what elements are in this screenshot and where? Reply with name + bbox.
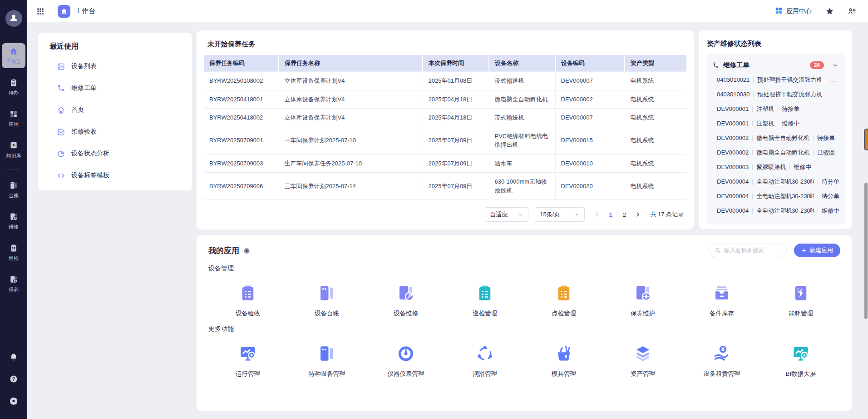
next-page-button[interactable]	[632, 209, 644, 220]
divider	[818, 208, 818, 214]
floating-side-tab[interactable]	[864, 129, 868, 150]
app-gauge[interactable]: 仪器仪表管理	[366, 334, 445, 378]
app-clipboard-list[interactable]: 点检管理	[524, 274, 603, 318]
divider	[752, 121, 753, 126]
table-row-5[interactable]: BYRW20250709006三车间保养计划2025-07-142025年07月…	[204, 173, 686, 200]
topbar: 工作台 应用中心	[27, 0, 868, 23]
app-clipboard-list[interactable]: 巡检管理	[445, 274, 524, 318]
table-row-4[interactable]: BYRW20250709003生产车间保养任务2025-07-102025年07…	[204, 154, 686, 173]
app-bolt-card[interactable]: 能耗管理	[761, 274, 840, 318]
repair-status-item-9[interactable]: DEV000004全电动注塑机30-230吨维修中	[711, 206, 839, 215]
divider	[752, 106, 753, 112]
table-cell: 微电脑全自动孵化机	[489, 90, 555, 109]
new-app-button[interactable]: 新建应用	[794, 244, 840, 257]
new-app-label: 新建应用	[809, 246, 833, 254]
divider	[813, 150, 814, 155]
app-inbox[interactable]: 备件库存	[682, 274, 761, 318]
sidebar-item-4[interactable]: 台账	[2, 177, 25, 202]
repair-group-label: 维修工单	[723, 61, 750, 70]
pagination-bar: 自适应 15条/页 12 共 17 条记录	[204, 207, 686, 222]
repair-group-header[interactable]: 维修工单 24	[711, 60, 839, 70]
topbar-divider	[51, 7, 51, 16]
workbench-logo-icon[interactable]	[58, 5, 70, 18]
app-center-button[interactable]: 应用中心	[775, 7, 812, 16]
sidebar-item-5[interactable]: 维修	[2, 209, 25, 234]
app-center-label: 应用中心	[786, 7, 812, 15]
recent-used-list: 设备列表维修工单首页维修验收设备状态分析设备标签模板	[49, 60, 180, 182]
divider	[778, 106, 778, 112]
help-icon[interactable]: ?	[9, 374, 18, 384]
apps-settings-icon[interactable]	[243, 247, 250, 254]
repair-status-item-2[interactable]: DEV000001注塑机待接单	[711, 105, 839, 113]
page-button-1[interactable]: 1	[605, 209, 616, 220]
repair-status-item-5[interactable]: DEV000002微电脑全自动孵化机已驳回	[711, 148, 839, 157]
sidebar-item-6[interactable]: 巡检	[2, 240, 25, 265]
maintenance-tasks-title: 未开始保养任务	[207, 40, 686, 49]
app-hand-coin[interactable]: ¥设备租赁管理	[682, 334, 761, 378]
sidebar-item-3[interactable]: AI知识库	[2, 137, 25, 162]
repair-status: 待分单	[822, 192, 839, 200]
app-monitor-chart[interactable]: BI数据大屏	[761, 334, 840, 378]
count-badge: 24	[810, 61, 824, 69]
asset-code: DEV000004	[717, 207, 749, 214]
table-row-1[interactable]: BYRW20250418001立体库设备保养计划V42025年04月18日微电脑…	[204, 90, 686, 109]
app-monitor-chart[interactable]: 运行管理	[208, 334, 287, 378]
table-cell: 三车间保养计划2025-07-14	[279, 173, 423, 200]
table-row-0[interactable]: BYRW20250108002立体库设备保养计划V42025年01月08日带式输…	[204, 72, 686, 90]
clipboard-list-icon	[475, 284, 494, 303]
user-avatar[interactable]	[5, 10, 22, 27]
sidebar-item-1[interactable]: 待办	[2, 75, 25, 100]
repair-status-item-0[interactable]: 0403010021预处理挤干辊交流张力机...	[711, 75, 839, 84]
settings-gear-icon[interactable]	[9, 396, 18, 405]
app-ledger[interactable]: 设备台账	[287, 274, 366, 318]
recent-item-2[interactable]: 首页	[49, 103, 180, 117]
favorite-star-icon[interactable]	[825, 7, 834, 15]
app-layers[interactable]: 资产管理	[603, 334, 682, 378]
recent-item-3[interactable]: 维修验收	[49, 125, 180, 139]
app-cycle[interactable]: 润滑管理	[445, 334, 524, 378]
app-clipboard-list[interactable]: 设备验收	[208, 274, 287, 318]
repair-status-item-4[interactable]: DEV000002微电脑全自动孵化机待接单	[711, 134, 839, 142]
sidebar-item-0[interactable]: 工作台	[2, 43, 25, 68]
page-button-2[interactable]: 2	[618, 209, 630, 220]
collapse-chevron-icon[interactable]	[832, 62, 838, 69]
contacts-icon[interactable]	[848, 7, 856, 15]
table-cell: 2025年04月18日	[423, 109, 489, 127]
bell-icon[interactable]	[9, 353, 18, 362]
asset-code: DEV000001	[717, 120, 749, 127]
asset-code: DEV000002	[717, 135, 749, 141]
sidebar-item-2[interactable]: 应用	[2, 106, 25, 131]
chevron-down-icon	[518, 212, 523, 218]
app-toolbox[interactable]: 模具管理	[524, 334, 603, 378]
app-book-gear[interactable]: 保养维护	[603, 274, 682, 318]
app-ledger[interactable]: 特种设备管理	[287, 334, 366, 378]
app-book-wrench[interactable]: 设备维修	[366, 274, 445, 318]
recent-item-1[interactable]: 维修工单	[49, 81, 180, 95]
prev-page-button[interactable]	[591, 209, 603, 220]
app-search-input[interactable]	[724, 247, 779, 254]
table-row-2[interactable]: BYRW20250418002立体库设备保养计划V42025年04月18日带式输…	[204, 109, 686, 127]
repair-status-item-3[interactable]: DEV000001注塑机维修中	[711, 119, 839, 128]
recent-item-0[interactable]: 设备列表	[49, 60, 180, 73]
repair-status-item-7[interactable]: DEV000004全电动注塑机30-230吨待分单	[711, 177, 839, 186]
table-cell: BYRW20250108002	[204, 72, 279, 90]
divider	[752, 135, 753, 141]
page-size-select[interactable]: 15条/页	[535, 207, 585, 222]
home-outline-icon	[57, 106, 65, 115]
recent-item-4[interactable]: 设备状态分析	[49, 147, 180, 160]
repair-status-item-8[interactable]: DEV000004全电动注塑机30-230吨待分单	[711, 192, 839, 200]
fit-mode-select[interactable]: 自适应	[485, 207, 528, 222]
sidebar-item-7[interactable]: 保养	[2, 271, 25, 296]
app-search-box	[709, 244, 787, 257]
apps-menu-icon[interactable]	[36, 7, 44, 15]
clipboard-list-icon	[9, 244, 18, 253]
main-content: 最近使用 设备列表维修工单首页维修验收设备状态分析设备标签模板 未开始保养任务 …	[27, 23, 868, 419]
repair-status: ...	[830, 76, 836, 83]
repair-status-item-1[interactable]: 0403010030预处理挤干辊交流张力机...	[711, 90, 839, 99]
asset-name: 注塑机	[756, 120, 774, 128]
repair-status-item-6[interactable]: DEV000003聚脲喷涂机维修中	[711, 163, 839, 171]
recent-item-5[interactable]: 设备标签模板	[49, 169, 180, 182]
scrollbar-thumb[interactable]	[864, 183, 868, 319]
repair-status: 已驳回	[817, 149, 835, 157]
table-row-3[interactable]: BYRW20250709001一车间保养计划2025-07-102025年07月…	[204, 127, 686, 154]
